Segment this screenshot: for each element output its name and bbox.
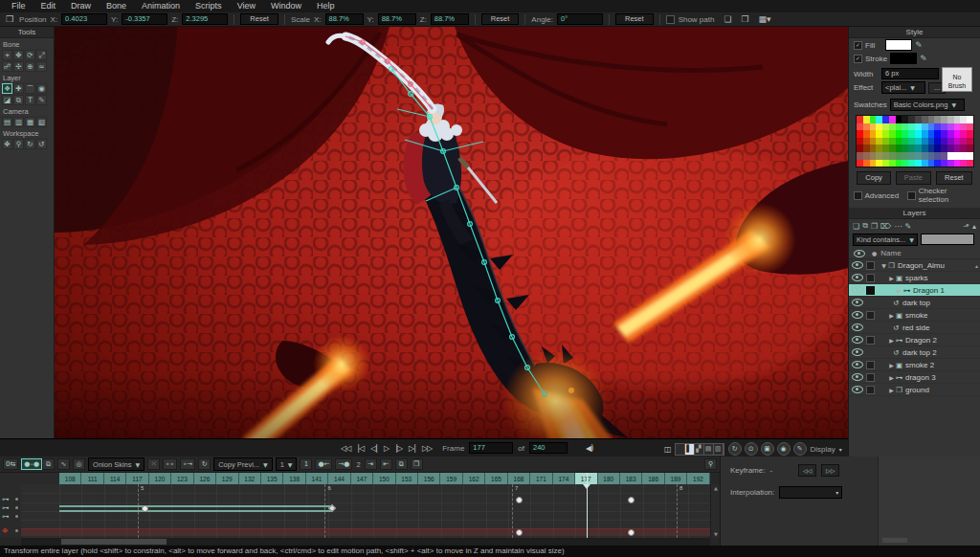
palette-swatch[interactable] bbox=[908, 152, 915, 160]
timeline-tracks[interactable]: 5678 bbox=[21, 484, 710, 538]
layer-checkbox[interactable] bbox=[866, 286, 875, 295]
palette-swatch[interactable] bbox=[896, 123, 902, 131]
new-reference-icon[interactable]: ❐ bbox=[871, 222, 878, 231]
step-forward-icon[interactable]: |▷ bbox=[395, 444, 402, 453]
palette-swatch[interactable] bbox=[889, 130, 896, 138]
layer-checkbox[interactable] bbox=[866, 386, 875, 394]
timeline-frame-ruler[interactable]: 1081111141171201231261291321351381411441… bbox=[59, 473, 710, 484]
palette-swatch[interactable] bbox=[896, 152, 902, 160]
palette-swatch[interactable] bbox=[960, 145, 967, 152]
freehand-tool-icon[interactable]: ✎ bbox=[36, 95, 47, 105]
palette-swatch[interactable] bbox=[915, 160, 922, 167]
layer-checkbox[interactable] bbox=[866, 336, 875, 345]
copy-pose-icon[interactable]: ❏ bbox=[722, 14, 733, 24]
palette-swatch[interactable] bbox=[928, 138, 935, 145]
fill-checkbox[interactable]: ✓ bbox=[854, 41, 862, 50]
bone-strength-tool-icon[interactable]: ✣ bbox=[13, 61, 24, 72]
palette-swatch[interactable] bbox=[896, 160, 902, 167]
palette-swatch[interactable] bbox=[876, 116, 882, 123]
keyframe-bone-angle-track-f168[interactable] bbox=[516, 497, 523, 503]
no-brush-button[interactable]: NoBrush bbox=[942, 67, 972, 92]
palette-swatch[interactable] bbox=[902, 138, 908, 145]
palette-swatch[interactable] bbox=[876, 160, 882, 167]
scale-y-field[interactable]: 88.7% bbox=[378, 13, 416, 25]
layer-expander-icon[interactable]: ▶ bbox=[896, 287, 902, 294]
timeline-horizontal-scrollbar[interactable] bbox=[21, 538, 710, 546]
ruler-frame-129[interactable]: 129 bbox=[216, 473, 238, 484]
palette-swatch[interactable] bbox=[908, 145, 915, 152]
layer-visible-icon[interactable] bbox=[852, 323, 863, 331]
palette-swatch[interactable] bbox=[863, 152, 870, 160]
current-channel-icon[interactable]: 1 bbox=[300, 458, 312, 470]
layer-checkbox[interactable] bbox=[866, 373, 875, 382]
palette-swatch[interactable] bbox=[954, 123, 961, 131]
angle-field[interactable]: 0° bbox=[557, 13, 603, 25]
keyframe-layer-transform-track-f168[interactable] bbox=[516, 529, 523, 536]
transform-layer-icon[interactable]: ❒ bbox=[4, 14, 15, 24]
rotate-workspace-tool-icon[interactable]: ↻ bbox=[25, 139, 35, 149]
palette-swatch[interactable] bbox=[863, 145, 870, 152]
layer-visible-icon[interactable] bbox=[852, 336, 863, 344]
palette-swatch[interactable] bbox=[947, 160, 954, 167]
grid-options-icon[interactable]: ▦▾ bbox=[757, 14, 773, 24]
keyframe-bone-translation-track-f118[interactable] bbox=[142, 505, 148, 512]
palette-swatch[interactable] bbox=[928, 145, 935, 152]
palette-swatch[interactable] bbox=[934, 123, 941, 131]
palette-swatch[interactable] bbox=[896, 130, 902, 138]
ruler-frame-126[interactable]: 126 bbox=[194, 473, 216, 484]
palette-swatch[interactable] bbox=[954, 116, 961, 123]
palette-swatch[interactable] bbox=[954, 160, 961, 167]
next-keyframe-icon[interactable]: ▷| bbox=[409, 444, 415, 453]
palette-swatch[interactable] bbox=[934, 130, 941, 138]
palette-swatch[interactable] bbox=[870, 152, 877, 160]
palette-swatch[interactable] bbox=[922, 130, 928, 138]
playhead-marker[interactable] bbox=[583, 484, 590, 489]
checker-selection-checkbox[interactable] bbox=[907, 191, 916, 200]
palette-swatch[interactable] bbox=[889, 152, 896, 160]
view-cols-icon[interactable]: ▥ bbox=[714, 444, 724, 455]
stroke-checkbox[interactable]: ✓ bbox=[854, 55, 862, 63]
show-path-checkbox[interactable] bbox=[666, 15, 675, 24]
layer-checkbox[interactable] bbox=[866, 361, 875, 369]
layer-visible-icon[interactable] bbox=[852, 386, 863, 393]
effect-dropdown[interactable]: <plai...▼ bbox=[881, 81, 925, 94]
palette-swatch[interactable] bbox=[896, 116, 902, 123]
magnet-tool-icon[interactable]: ◉ bbox=[36, 83, 47, 94]
ruler-frame-144[interactable]: 144 bbox=[328, 473, 350, 484]
jump-start-icon[interactable]: ◁◁ bbox=[341, 444, 350, 453]
channels-mode-icon[interactable]: ●–● bbox=[21, 458, 42, 470]
translate-bone-tool-icon[interactable]: ✥ bbox=[13, 50, 24, 60]
ruler-frame-117[interactable]: 117 bbox=[126, 473, 148, 484]
ruler-frame-186[interactable]: 186 bbox=[642, 473, 664, 484]
palette-swatch[interactable] bbox=[941, 160, 947, 167]
layer-row-dragon-1[interactable]: ▶⊶Dragon 1 bbox=[849, 284, 980, 297]
timeline-marker-7[interactable]: 7 bbox=[512, 484, 513, 538]
layer-expander-icon[interactable]: ▶ bbox=[888, 387, 895, 393]
palette-swatch[interactable] bbox=[889, 160, 896, 167]
layer-expander-icon[interactable]: ▶ bbox=[888, 374, 895, 381]
split-view-icon[interactable]: ◫ bbox=[664, 445, 671, 454]
layer-expander-icon[interactable]: ▼ bbox=[880, 262, 887, 269]
palette-swatch[interactable] bbox=[967, 152, 973, 160]
position-z-field[interactable]: 2.3295 bbox=[182, 13, 228, 25]
palette-swatch[interactable] bbox=[896, 145, 902, 152]
palette-swatch[interactable] bbox=[902, 152, 908, 160]
view-half-icon[interactable]: ▌ bbox=[685, 444, 695, 455]
remove-frames-icon[interactable]: ⇤ bbox=[380, 458, 392, 470]
palette-swatch[interactable] bbox=[902, 145, 908, 152]
palette-swatch[interactable] bbox=[870, 130, 877, 138]
color-palette[interactable] bbox=[856, 115, 974, 167]
menu-item-view[interactable]: View bbox=[230, 0, 263, 12]
layer-row-dark-top[interactable]: ↺dark top bbox=[849, 297, 980, 309]
keyframe-bone-angle-track-f183[interactable] bbox=[628, 497, 635, 503]
palette-swatch[interactable] bbox=[934, 145, 941, 152]
channel-count-dropdown[interactable]: 1▼ bbox=[276, 457, 298, 471]
track-camera-tool-icon[interactable]: ▤ bbox=[2, 117, 12, 127]
layer-visible-icon[interactable] bbox=[852, 361, 863, 368]
palette-swatch[interactable] bbox=[870, 116, 877, 123]
stereo-view-icon[interactable]: ◉ bbox=[777, 442, 791, 456]
new-layer-icon[interactable]: ❏ bbox=[853, 222, 859, 231]
mini-scrollbar[interactable] bbox=[882, 538, 907, 543]
prev-key-nav-icon[interactable]: ●← bbox=[315, 458, 332, 470]
palette-swatch[interactable] bbox=[960, 160, 967, 167]
